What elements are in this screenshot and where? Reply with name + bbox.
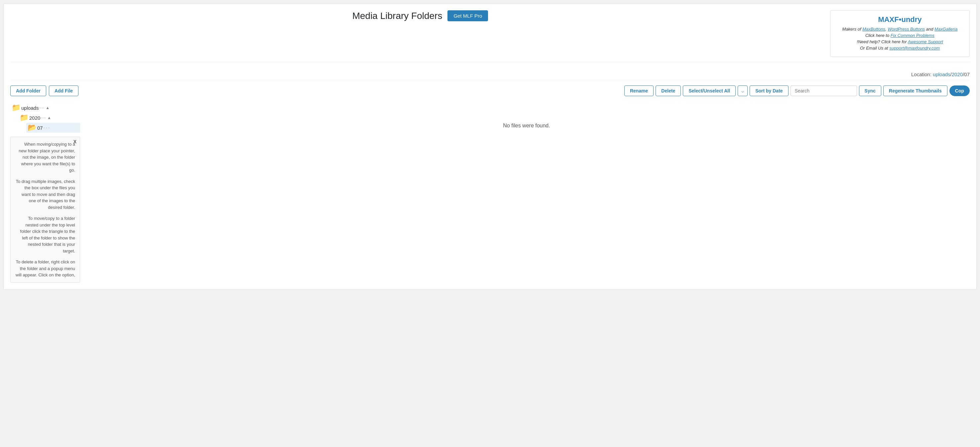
tooltip-tip-3: To move/copy to a folder nested under th… xyxy=(15,215,75,254)
sort-by-date-button[interactable]: Sort by Date xyxy=(749,85,788,96)
folder-label-2020: 2020 xyxy=(29,115,40,121)
folder-item-uploads[interactable]: 📁 uploads -·-· ▲ xyxy=(10,103,80,113)
folder-arrow-uploads: ▲ xyxy=(46,105,49,110)
fix-problems-line: Click here to Fix Common Problems xyxy=(837,33,963,38)
brand-tagline: Makers of MaxButtons, WordPress Buttons … xyxy=(837,27,963,32)
rename-button[interactable]: Rename xyxy=(624,85,654,96)
location-label: Location: xyxy=(911,72,931,77)
fix-problems-link[interactable]: Fix Common Problems xyxy=(891,33,934,38)
tooltip-box: X When moving/copying to a new folder pl… xyxy=(10,137,80,283)
location-year-link[interactable]: 2020 xyxy=(952,72,963,77)
select-unselect-button[interactable]: Select/Unselect All xyxy=(683,85,736,96)
toolbar-right: Rename Delete Select/Unselect All ⌵ Sort… xyxy=(624,85,970,96)
brand-logo: MAXF•undry xyxy=(837,15,963,24)
folder-icon-2020: 📁 xyxy=(20,113,29,122)
dropdown-button[interactable]: ⌵ xyxy=(738,85,748,96)
awesome-support-link[interactable]: Awesome Support xyxy=(908,39,943,44)
folder-icon-uploads: 📁 xyxy=(12,104,21,112)
folder-label-uploads: uploads xyxy=(21,105,39,111)
folder-arrow-2020: ▲ xyxy=(47,115,51,120)
folder-dash-uploads: -·-· xyxy=(40,105,45,110)
email-line: Or Email Us at support@maxfoundry.com xyxy=(837,46,963,51)
brand-panel: MAXF•undry Makers of MaxButtons, WordPre… xyxy=(830,10,970,57)
tooltip-tip-1: When moving/copying to a new folder plac… xyxy=(15,141,75,174)
folder-dash-07: - - - xyxy=(43,125,50,130)
support-line: !Need help? Click here for Awesome Suppo… xyxy=(837,39,963,44)
brand-logo-part2: •undry xyxy=(899,15,922,24)
search-input[interactable] xyxy=(791,85,857,96)
tooltip-tip-2: To drag multiple images, check the box u… xyxy=(15,178,75,211)
regenerate-thumbnails-button[interactable]: Regenerate Thumbnails xyxy=(883,85,947,96)
wordpress-buttons-link[interactable]: WordPress Buttons xyxy=(888,27,925,32)
main-content: 📁 uploads -·-· ▲ 📁 2020 -·-· ▲ 📂 07 - - … xyxy=(10,103,970,283)
get-mlf-pro-button[interactable]: Get MLF Pro xyxy=(447,10,488,21)
folder-item-2020[interactable]: 📁 2020 -·-· ▲ xyxy=(18,113,80,123)
brand-logo-f: F xyxy=(894,15,899,24)
tooltip-tip-4: To delete a folder, right click on the f… xyxy=(15,259,75,278)
file-area: No files were found. xyxy=(83,103,970,283)
header-left: Media Library Folders Get MLF Pro xyxy=(10,10,830,21)
folder-item-07[interactable]: 📂 07 - - - xyxy=(26,123,80,133)
maxbuttons-link[interactable]: MaxButtons xyxy=(862,27,885,32)
folder-label-07: 07 xyxy=(37,125,43,131)
sync-button[interactable]: Sync xyxy=(859,85,881,96)
folder-tree: 📁 uploads -·-· ▲ 📁 2020 -·-· ▲ 📂 07 - - … xyxy=(10,103,83,283)
maxgalleria-link[interactable]: MaxGalleria xyxy=(934,27,958,32)
page-header: Media Library Folders Get MLF Pro MAXF•u… xyxy=(10,10,970,62)
add-file-button[interactable]: Add File xyxy=(49,85,78,96)
location-month: 07 xyxy=(964,72,970,77)
toolbar: Add Folder Add File Rename Delete Select… xyxy=(10,85,970,96)
location-bar: Location: uploads/2020/07 xyxy=(10,69,970,80)
add-folder-button[interactable]: Add Folder xyxy=(10,85,46,96)
folder-dash-2020: -·-· xyxy=(41,115,46,120)
toolbar-left: Add Folder Add File xyxy=(10,85,78,96)
brand-logo-part1: MAX xyxy=(878,15,894,24)
folder-icon-07: 📂 xyxy=(28,123,37,132)
email-link[interactable]: support@maxfoundry.com xyxy=(889,46,940,51)
tooltip-close-button[interactable]: X xyxy=(73,139,76,144)
location-uploads-link[interactable]: uploads xyxy=(933,72,950,77)
no-files-message: No files were found. xyxy=(503,123,550,129)
copy-button[interactable]: Cop xyxy=(950,85,970,96)
delete-button[interactable]: Delete xyxy=(655,85,681,96)
page-title: Media Library Folders xyxy=(352,11,442,21)
